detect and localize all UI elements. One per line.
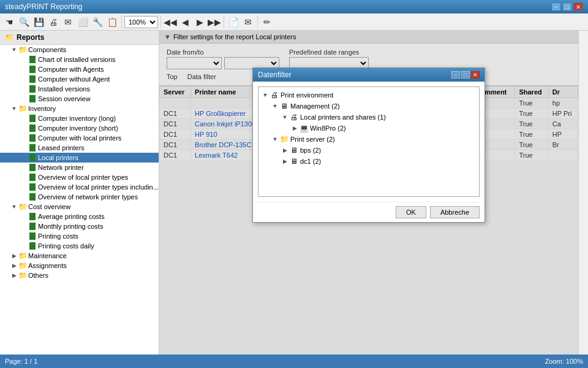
tool-btn-4[interactable]: 🖨	[47, 15, 60, 29]
sidebar-item-network[interactable]: Network printer	[0, 163, 159, 172]
nav-next[interactable]: ▶	[193, 15, 206, 29]
sidebar-item-chart[interactable]: Chart of installed versions	[0, 55, 159, 64]
report-icon	[28, 134, 37, 142]
nav-first[interactable]: ◀◀	[164, 15, 177, 29]
modal-body: ▼ 🖨 Print environment ▼ 🖥 Management (2)	[253, 82, 484, 202]
sidebar-item-avg-cost[interactable]: Average printing costs	[0, 212, 159, 221]
network-label[interactable]: Network printer	[38, 164, 84, 171]
ov-local-label[interactable]: Overview of local printer types	[38, 174, 128, 181]
app-title: steadyPRINT Reporting	[5, 2, 83, 11]
cancel-button[interactable]: Abbreche	[430, 206, 480, 218]
tool-btn-5[interactable]: ✉	[61, 15, 75, 29]
report-icon	[28, 163, 37, 172]
print-cost-label[interactable]: Printing costs	[38, 232, 78, 240]
toggle-others[interactable]: ▶	[10, 272, 18, 278]
right-scrollbar[interactable]	[578, 31, 588, 355]
zoom-select[interactable]: 100% 75% 150%	[124, 16, 158, 28]
toggle-root[interactable]: ▼	[261, 92, 270, 98]
avg-cost-label[interactable]: Average printing costs	[38, 213, 105, 220]
sidebar-item-session[interactable]: Session overview	[0, 94, 159, 104]
inv-short-label[interactable]: Computer inventory (short)	[38, 125, 118, 132]
sidebar-item-computer-no-agent[interactable]: Computer without Agent	[0, 74, 159, 84]
sidebar-item-local-printers[interactable]: Local printers	[0, 153, 159, 163]
toggle-print-server[interactable]: ▼	[271, 136, 279, 142]
toggle-management[interactable]: ▼	[271, 103, 279, 109]
modal-close[interactable]: ✕	[471, 71, 480, 79]
sidebar-item-ov-network[interactable]: Overview of network printer types	[0, 192, 159, 202]
print-env-icon: 🖨	[270, 90, 279, 100]
sidebar-item-local-printers-comp[interactable]: Computer with local printers	[0, 133, 159, 143]
tool-btn-3[interactable]: 💾	[32, 15, 45, 29]
print-cost-daily-label[interactable]: Printing costs daily	[38, 242, 94, 250]
toggle-inventory[interactable]: ▼	[10, 105, 18, 112]
modal-minimize[interactable]: −	[451, 71, 460, 79]
tool-btn-10[interactable]: ✉	[241, 15, 255, 29]
page-current: 1	[24, 358, 28, 365]
modal-restore[interactable]: □	[461, 71, 470, 79]
agents-label[interactable]: Computer with Agents	[38, 66, 104, 73]
forward-button[interactable]: 🔍	[17, 15, 31, 29]
tool-btn-9[interactable]: 📄	[227, 15, 240, 29]
title-bar: steadyPRINT Reporting − □ ✕	[0, 0, 588, 13]
sidebar-section-maintenance[interactable]: ▶ 📁 Maintenance	[0, 251, 159, 261]
monthly-cost-label[interactable]: Monthly printing costs	[38, 223, 103, 230]
toggle-maintenance[interactable]: ▶	[10, 253, 18, 259]
tool-btn-6[interactable]: ⬜	[76, 15, 89, 29]
tree-management[interactable]: ▼ 🖥 Management (2)	[261, 101, 477, 112]
toolbar-separator-4	[257, 16, 258, 28]
installed-label[interactable]: Installed versions	[38, 85, 90, 93]
maintenance-label: Maintenance	[28, 252, 67, 259]
sidebar-item-inv-long[interactable]: Computer inventory (long)	[0, 113, 159, 123]
sidebar-item-inv-short[interactable]: Computer inventory (short)	[0, 123, 159, 133]
toggle-dc1[interactable]: ▶	[281, 158, 289, 164]
sidebar-section-components[interactable]: ▼ 📁 Components	[0, 45, 159, 55]
ok-button[interactable]: OK	[396, 206, 426, 218]
toggle-assignments[interactable]: ▶	[10, 263, 18, 269]
report-icon-agents	[28, 65, 37, 74]
inv-long-label[interactable]: Computer inventory (long)	[38, 115, 116, 122]
chart-label[interactable]: Chart of installed versions	[38, 56, 116, 63]
sidebar-section-assignments[interactable]: ▶ 📁 Assignments	[0, 261, 159, 270]
nav-last[interactable]: ▶▶	[208, 15, 221, 29]
back-button[interactable]: ☚	[2, 15, 16, 29]
sidebar-item-ov-local[interactable]: Overview of local printer types	[0, 172, 159, 182]
minimize-button[interactable]: −	[551, 2, 561, 11]
tree-dc1[interactable]: ▶ 🖥 dc1 (2)	[261, 156, 477, 167]
page-separator: /	[30, 358, 32, 365]
sidebar-section-cost[interactable]: ▼ 📁 Cost overview	[0, 202, 159, 212]
tree-bps[interactable]: ▶ 🖥 bps (2)	[261, 145, 477, 156]
assignments-label: Assignments	[28, 262, 67, 269]
local-printers-comp-label[interactable]: Computer with local printers	[38, 134, 121, 142]
sidebar-item-print-cost[interactable]: Printing costs	[0, 231, 159, 241]
ov-network-label[interactable]: Overview of network printer types	[38, 193, 138, 201]
no-agent-label[interactable]: Computer without Agent	[38, 75, 110, 83]
tree-print-server[interactable]: ▼ 📁 Print server (2)	[261, 134, 477, 145]
tree-local-printers-shares[interactable]: ▼ 🖨 Local printers and shares (1)	[261, 112, 477, 123]
tree-win8pro[interactable]: ▶ 💻 Win8Pro (2)	[261, 123, 477, 134]
nav-prev[interactable]: ◀	[178, 15, 192, 29]
local-printers-label[interactable]: Local printers	[38, 154, 78, 161]
sidebar-item-ov-local-incl[interactable]: Overview of local printer types includin…	[0, 182, 159, 192]
restore-button[interactable]: □	[562, 2, 572, 11]
leased-label[interactable]: Leased printers	[38, 144, 85, 151]
sidebar-section-inventory[interactable]: ▼ 📁 Inventory	[0, 104, 159, 113]
tool-btn-8[interactable]: 📋	[105, 15, 119, 29]
sidebar-item-leased[interactable]: Leased printers	[0, 143, 159, 153]
tree-root[interactable]: ▼ 🖨 Print environment	[261, 90, 477, 101]
toggle-components[interactable]: ▼	[10, 47, 18, 53]
report-icon	[28, 193, 37, 201]
sidebar-item-monthly-cost[interactable]: Monthly printing costs	[0, 221, 159, 231]
toggle-cost[interactable]: ▼	[10, 204, 18, 210]
toggle-bps[interactable]: ▶	[281, 147, 289, 153]
ov-local-incl-label[interactable]: Overview of local printer types includin…	[38, 183, 159, 191]
sidebar-item-installed[interactable]: Installed versions	[0, 84, 159, 94]
sidebar-item-computer-agents[interactable]: Computer with Agents	[0, 64, 159, 74]
sidebar-item-print-cost-daily[interactable]: Printing costs daily	[0, 241, 159, 251]
toggle-lps[interactable]: ▼	[281, 114, 289, 120]
tool-btn-11[interactable]: ✏	[260, 15, 274, 29]
toggle-win8pro[interactable]: ▶	[290, 125, 299, 131]
sidebar-section-others[interactable]: ▶ 📁 Others	[0, 270, 159, 280]
tool-btn-7[interactable]: 🔧	[91, 15, 104, 29]
session-label[interactable]: Session overview	[38, 95, 91, 102]
close-button[interactable]: ✕	[573, 2, 583, 11]
